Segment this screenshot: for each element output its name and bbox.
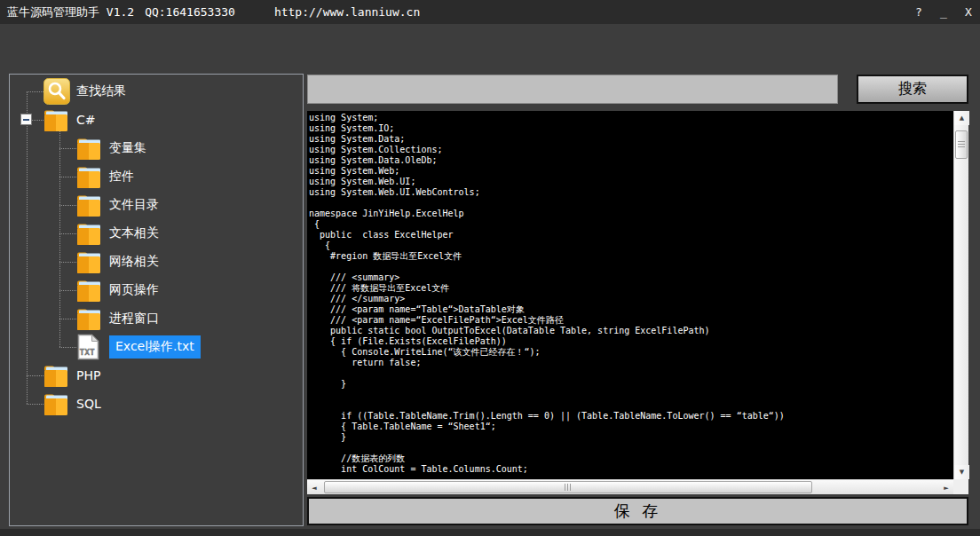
- tree-connector-stub: [59, 205, 76, 206]
- tree-connector-stub: [59, 233, 76, 234]
- source-tree: 查找结果 C# 变量集 控件 文件目录 文本相关: [10, 75, 303, 525]
- tree-item-label[interactable]: 网页操作: [109, 282, 159, 298]
- tree-item-label[interactable]: 文本相关: [109, 225, 159, 241]
- tree-item-C#[interactable]: C#: [10, 106, 303, 134]
- tree-item-label[interactable]: SQL: [76, 397, 101, 411]
- tree-item-label[interactable]: 变量集: [109, 140, 146, 156]
- thumb-grip: [958, 141, 965, 149]
- scrollbar-corner: [953, 479, 968, 494]
- tree-connector-stub: [59, 347, 76, 348]
- svg-text:TXT: TXT: [80, 347, 95, 357]
- tree-item-label[interactable]: PHP: [76, 368, 100, 382]
- horizontal-scroll-thumb[interactable]: [324, 481, 812, 493]
- close-button[interactable]: X: [962, 5, 975, 19]
- minimize-button[interactable]: _: [937, 5, 950, 19]
- folder-icon: [43, 108, 68, 132]
- tree-item-label[interactable]: Excel操作.txt: [109, 335, 201, 359]
- scroll-right-icon[interactable]: ►: [939, 480, 953, 495]
- tree-item-label[interactable]: 文件目录: [109, 197, 159, 213]
- folder-icon: [76, 137, 101, 161]
- tree-connector-stub: [27, 91, 43, 92]
- tree-item-label[interactable]: C#: [76, 113, 96, 127]
- help-button[interactable]: ?: [913, 5, 925, 19]
- folder-icon: [76, 279, 101, 303]
- tree-item-label[interactable]: 查找结果: [76, 83, 126, 99]
- txt-icon: TXT: [76, 334, 99, 360]
- window-bottom-edge: [0, 529, 980, 536]
- scroll-down-icon[interactable]: ▼: [954, 465, 969, 479]
- scroll-up-icon[interactable]: ▲: [954, 111, 969, 125]
- tree-item-label[interactable]: 控件: [109, 169, 134, 185]
- tree-item-网页操作[interactable]: 网页操作: [10, 276, 303, 304]
- save-button[interactable]: 保 存: [307, 497, 968, 525]
- tree-item-查找结果[interactable]: 查找结果: [10, 77, 303, 106]
- tree-connector-stub: [59, 262, 76, 263]
- window-controls: ? _ X: [913, 0, 975, 24]
- scroll-left-icon[interactable]: ◄: [307, 480, 321, 495]
- tree-item-网络相关[interactable]: 网络相关: [10, 248, 303, 276]
- tree-item-变量集[interactable]: 变量集: [10, 134, 303, 162]
- thumb-grip: [565, 484, 573, 491]
- tree-item-label[interactable]: 进程窗口: [109, 311, 159, 327]
- tree-item-PHP[interactable]: PHP: [10, 361, 303, 390]
- tree-connector-stub: [27, 375, 43, 376]
- expander-minus-icon[interactable]: [20, 114, 32, 125]
- app-window: 蓝牛源码管理助手 V1.2 QQ:1641653330 http://www.l…: [0, 0, 980, 536]
- horizontal-scrollbar[interactable]: ◄ ►: [307, 479, 953, 494]
- tree-connector-stub: [59, 319, 76, 319]
- tree-item-文件目录[interactable]: 文件目录: [10, 191, 303, 219]
- folder-icon: [76, 165, 101, 189]
- tree-item-label[interactable]: 网络相关: [109, 254, 159, 270]
- tree-connector-stub: [27, 404, 43, 405]
- vertical-scroll-thumb[interactable]: [955, 130, 968, 159]
- vertical-scrollbar[interactable]: ▲ ▼: [953, 111, 968, 479]
- app-qq-contact: QQ:1641653330: [145, 5, 235, 19]
- tree-item-控件[interactable]: 控件: [10, 162, 303, 191]
- source-tree-panel: 查找结果 C# 变量集 控件 文件目录 文本相关: [9, 74, 304, 526]
- folder-icon: [76, 307, 101, 331]
- search-button[interactable]: 搜索: [857, 75, 968, 104]
- tree-item-SQL[interactable]: SQL: [10, 390, 303, 418]
- folder-icon: [76, 193, 101, 217]
- folder-icon: [76, 250, 101, 274]
- tree-connector-stub: [59, 290, 76, 291]
- app-website-url: http://www.lanniuw.cn: [274, 5, 420, 19]
- search-icon: [43, 78, 70, 105]
- folder-icon: [43, 392, 68, 416]
- app-title: 蓝牛源码管理助手 V1.2: [7, 4, 134, 20]
- tree-item-file[interactable]: TXT Excel操作.txt: [10, 333, 303, 361]
- tree-connector-stub: [59, 148, 76, 149]
- tree-item-文本相关[interactable]: 文本相关: [10, 219, 303, 248]
- folder-icon: [76, 222, 101, 246]
- tree-item-进程窗口[interactable]: 进程窗口: [10, 304, 303, 333]
- search-input[interactable]: [307, 75, 838, 104]
- titlebar: 蓝牛源码管理助手 V1.2 QQ:1641653330 http://www.l…: [0, 0, 980, 24]
- tree-connector-stub: [59, 177, 76, 177]
- folder-icon: [43, 364, 68, 388]
- code-content: using System; using System.IO; using Sys…: [307, 111, 953, 475]
- code-viewer[interactable]: using System; using System.IO; using Sys…: [307, 111, 953, 479]
